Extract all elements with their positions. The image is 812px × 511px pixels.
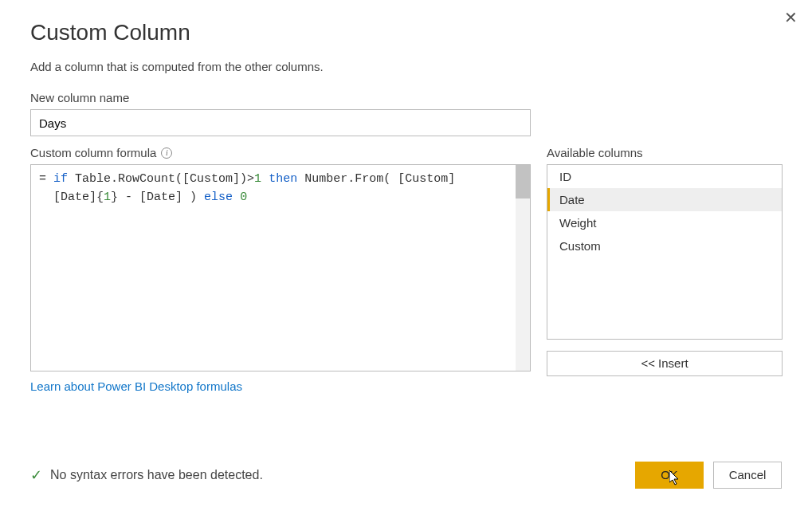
available-column-item[interactable]: Custom bbox=[547, 234, 782, 257]
insert-button[interactable]: << Insert bbox=[547, 351, 783, 376]
dialog-title: Custom Column bbox=[30, 20, 782, 45]
ok-button[interactable]: OK bbox=[635, 462, 704, 489]
formula-editor[interactable]: = if Table.RowCount([Custom])>1 then Num… bbox=[30, 164, 531, 371]
available-column-item[interactable]: Date bbox=[547, 188, 782, 211]
info-icon[interactable]: i bbox=[161, 147, 172, 159]
available-columns-label: Available columns bbox=[547, 146, 783, 159]
new-column-name-label: New column name bbox=[30, 91, 782, 104]
cancel-button[interactable]: Cancel bbox=[713, 462, 782, 489]
syntax-status-text: No syntax errors have been detected. bbox=[50, 468, 263, 482]
syntax-status: ✓ No syntax errors have been detected. bbox=[30, 466, 263, 484]
formula-scrollbar[interactable] bbox=[516, 165, 530, 371]
check-icon: ✓ bbox=[30, 466, 42, 484]
new-column-name-input[interactable] bbox=[30, 109, 531, 136]
close-icon[interactable]: ✕ bbox=[784, 10, 798, 26]
available-column-item[interactable]: ID bbox=[547, 165, 782, 188]
dialog-subtitle: Add a column that is computed from the o… bbox=[30, 60, 782, 73]
formula-label: Custom column formula i bbox=[30, 146, 531, 159]
available-columns-list[interactable]: ID Date Weight Custom bbox=[547, 164, 783, 340]
formula-label-text: Custom column formula bbox=[30, 146, 156, 159]
formula-text[interactable]: = if Table.RowCount([Custom])>1 then Num… bbox=[31, 165, 530, 212]
available-column-item[interactable]: Weight bbox=[547, 211, 782, 234]
learn-formulas-link[interactable]: Learn about Power BI Desktop formulas bbox=[30, 379, 242, 393]
